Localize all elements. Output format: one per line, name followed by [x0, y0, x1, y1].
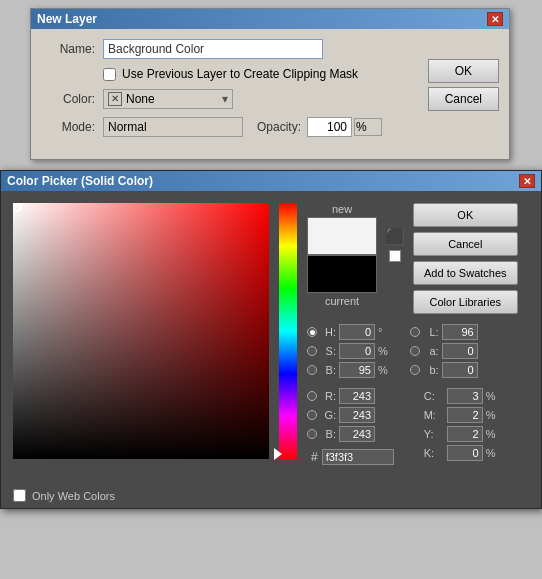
r-radio[interactable] [307, 391, 317, 401]
only-web-colors-label: Only Web Colors [32, 490, 115, 502]
new-layer-close-button[interactable]: ✕ [487, 12, 503, 26]
h-field-row: H: ° [307, 324, 394, 340]
r-field-row: R: [307, 388, 394, 404]
hex-input[interactable] [322, 449, 394, 465]
b2-radio[interactable] [307, 429, 317, 439]
only-web-colors-checkbox[interactable] [13, 489, 26, 502]
b3-label: b: [423, 364, 439, 376]
name-label: Name: [45, 42, 95, 56]
cube-icon: ⬛ [385, 227, 405, 246]
opacity-unit-select[interactable]: % [354, 118, 382, 136]
add-to-swatches-button[interactable]: Add to Swatches [413, 261, 518, 285]
y-label: Y: [424, 428, 444, 440]
gradient-dark [13, 203, 269, 459]
k-label: K: [424, 447, 444, 459]
new-layer-titlebar: New Layer ✕ [31, 9, 509, 29]
hue-slider-container[interactable] [279, 203, 297, 459]
y-unit: % [486, 428, 496, 440]
b2-label: B: [320, 428, 336, 440]
mode-label: Mode: [45, 120, 95, 134]
ok-button[interactable]: OK [428, 59, 499, 83]
gradient-canvas[interactable] [13, 203, 269, 459]
c-input[interactable] [447, 388, 483, 404]
new-layer-title: New Layer [37, 12, 97, 26]
a-input[interactable] [442, 343, 478, 359]
spacer2 [410, 381, 496, 385]
cancel-button[interactable]: Cancel [413, 232, 518, 256]
g-field-row: G: [307, 407, 394, 423]
hash-sign: # [311, 450, 318, 464]
y-field-row: Y: % [410, 426, 496, 442]
new-color-label: new [332, 203, 352, 215]
b-input[interactable] [339, 362, 375, 378]
color-picker-content: new current ⬛ OK Cancel Add to Swatch [1, 191, 541, 477]
cube-area: ⬛ [385, 227, 405, 262]
c-field-row: C: % [410, 388, 496, 404]
opacity-label: Opacity: [257, 120, 301, 134]
dialog-buttons: OK Cancel [428, 59, 499, 111]
lab-cmyk-col: L: a: b: [410, 324, 496, 465]
a-field-row: a: [410, 343, 496, 359]
color-label: Color: [45, 92, 95, 106]
l-label: L: [423, 326, 439, 338]
y-input[interactable] [447, 426, 483, 442]
hex-row: # [311, 449, 394, 465]
b-radio[interactable] [307, 365, 317, 375]
right-panel: new current ⬛ OK Cancel Add to Swatch [307, 203, 529, 465]
h-input[interactable] [339, 324, 375, 340]
color-picker-close-button[interactable]: ✕ [519, 174, 535, 188]
color-preview-area: new current [307, 203, 377, 307]
b3-radio[interactable] [410, 365, 420, 375]
new-color-swatch[interactable] [307, 217, 377, 255]
color-gradient-box[interactable] [13, 203, 269, 459]
white-swatch-icon [389, 250, 401, 262]
s-radio[interactable] [307, 346, 317, 356]
current-color-swatch[interactable] [307, 255, 377, 293]
k-unit: % [486, 447, 496, 459]
color-preview-box [307, 217, 377, 293]
a-radio[interactable] [410, 346, 420, 356]
b3-input[interactable] [442, 362, 478, 378]
h-radio[interactable] [307, 327, 317, 337]
cancel-button[interactable]: Cancel [428, 87, 499, 111]
b2-input[interactable] [339, 426, 375, 442]
name-input[interactable] [103, 39, 323, 59]
l-field-row: L: [410, 324, 496, 340]
name-row: Name: [45, 39, 495, 59]
r-label: R: [320, 390, 336, 402]
l-input[interactable] [442, 324, 478, 340]
g-radio[interactable] [307, 410, 317, 420]
web-colors-row: Only Web Colors [1, 483, 541, 508]
hsb-rgb-col: H: ° S: % B: [307, 324, 394, 465]
color-picker-title: Color Picker (Solid Color) [7, 174, 153, 188]
color-picker-titlebar: Color Picker (Solid Color) ✕ [1, 171, 541, 191]
hue-slider-arrow [274, 448, 282, 460]
b-label: B: [320, 364, 336, 376]
color-select[interactable]: ✕ None ▾ [103, 89, 233, 109]
r-input[interactable] [339, 388, 375, 404]
clipping-mask-checkbox[interactable] [103, 68, 116, 81]
hue-slider[interactable] [279, 203, 297, 459]
k-input[interactable] [447, 445, 483, 461]
clipping-mask-label: Use Previous Layer to Create Clipping Ma… [122, 67, 358, 81]
k-field-row: K: % [410, 445, 496, 461]
l-radio[interactable] [410, 327, 420, 337]
opacity-input[interactable] [307, 117, 352, 137]
color-libraries-button[interactable]: Color Libraries [413, 290, 518, 314]
h-unit: ° [378, 326, 392, 338]
new-layer-dialog: New Layer ✕ Name: Use Previous Layer to … [30, 8, 510, 160]
s-label: S: [320, 345, 336, 357]
color-values-area: H: ° S: % B: [307, 324, 529, 465]
m-label: M: [424, 409, 444, 421]
b3-field-row: b: [410, 362, 496, 378]
ok-button[interactable]: OK [413, 203, 518, 227]
b-unit: % [378, 364, 392, 376]
mode-select[interactable]: Normal [103, 117, 243, 137]
g-label: G: [320, 409, 336, 421]
m-input[interactable] [447, 407, 483, 423]
mode-row: Mode: Normal Opacity: % [45, 117, 495, 137]
s-input[interactable] [339, 343, 375, 359]
h-label: H: [320, 326, 336, 338]
g-input[interactable] [339, 407, 375, 423]
b2-field-row: B: [307, 426, 394, 442]
